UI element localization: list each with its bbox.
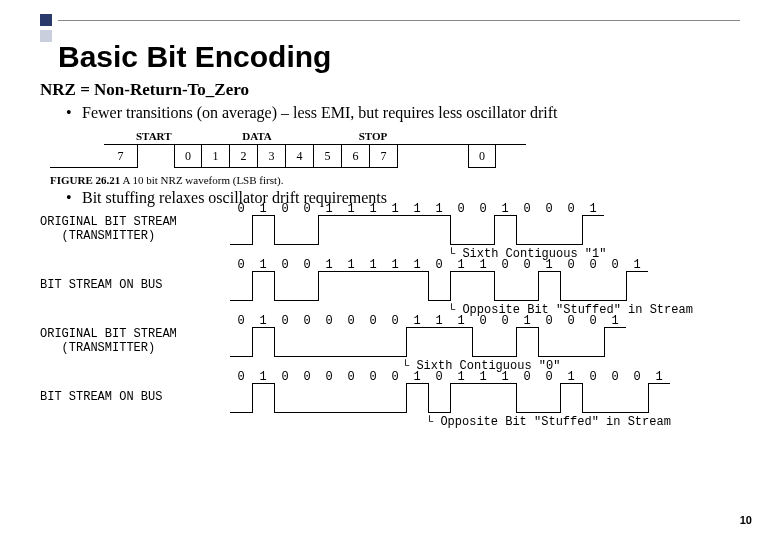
waveform-low: [582, 300, 604, 301]
waveform-edge: [516, 215, 517, 245]
waveform-edge: [538, 327, 539, 357]
bit-cell: 1: [648, 383, 670, 413]
waveform-low: [472, 356, 494, 357]
waveform-low: [340, 356, 362, 357]
bit-value: 1: [450, 258, 472, 272]
bullet-item: Fewer transitions (on average) – less EM…: [66, 104, 740, 122]
waveform-low: [384, 356, 406, 357]
bit-cell: 1: [560, 383, 582, 413]
annotation: └ Opposite Bit "Stuffed" in Stream: [426, 415, 740, 429]
bit-value: 1: [340, 202, 362, 216]
waveform-low: [450, 244, 472, 245]
row-label-original: ORIGINAL BIT STREAM (TRANSMITTER): [40, 216, 230, 244]
bit-value: 1: [560, 370, 582, 384]
bit-cell: 0: [428, 383, 450, 413]
bit-cell: 0: [230, 327, 252, 357]
bitgrid: 01000000101110010001: [230, 383, 670, 413]
bit-value: 1: [582, 202, 604, 216]
waveform-low: [560, 356, 582, 357]
waveform-high: [318, 271, 340, 272]
bit-value: 1: [626, 258, 648, 272]
bit-cell: 0: [274, 327, 296, 357]
bit-value: 0: [428, 258, 450, 272]
waveform-high: [516, 327, 538, 328]
bit-cell: 0: [450, 215, 472, 245]
bit-value: 0: [560, 258, 582, 272]
waveform-low: [362, 412, 384, 413]
waveform-low: [538, 356, 560, 357]
waveform-low: [274, 412, 296, 413]
bit-cell: 1: [538, 271, 560, 301]
bit-cell: 0: [582, 271, 604, 301]
bit-value: 0: [516, 370, 538, 384]
bit-value: 0: [296, 314, 318, 328]
bit-cell: 1: [406, 327, 428, 357]
waveform-high: [604, 327, 626, 328]
row-label-original: ORIGINAL BIT STREAM (TRANSMITTER): [40, 328, 230, 356]
bit-value: 1: [252, 370, 274, 384]
waveform-high: [582, 215, 604, 216]
waveform-edge: [450, 271, 451, 301]
bit-value: 0: [274, 202, 296, 216]
bit-value: 0: [274, 258, 296, 272]
bit-value: 1: [648, 370, 670, 384]
waveform-high: [252, 271, 274, 272]
figure-caption: FIGURE 26.21 A 10 bit NRZ waveform (LSB …: [50, 174, 740, 186]
bit-cell: 1: [252, 215, 274, 245]
bit-value: 0: [494, 314, 516, 328]
nrz-cell: 0: [468, 144, 496, 168]
bit-cell: 0: [318, 383, 340, 413]
waveform-edge: [428, 383, 429, 413]
bit-cell: 0: [230, 271, 252, 301]
bit-cell: 0: [340, 327, 362, 357]
bit-value: 0: [582, 258, 604, 272]
bit-cell: 1: [516, 327, 538, 357]
bit-value: 0: [230, 258, 252, 272]
waveform-high: [560, 383, 582, 384]
bit-cell: 1: [406, 383, 428, 413]
accent-square-dark: [40, 14, 52, 26]
waveform-high: [538, 271, 560, 272]
bit-cell: 1: [406, 215, 428, 245]
bit-value: 1: [318, 258, 340, 272]
waveform-high: [428, 215, 450, 216]
waveform-edge: [450, 215, 451, 245]
bit-value: 0: [582, 314, 604, 328]
slide: Basic Bit Encoding NRZ = Non-Return-To_Z…: [0, 0, 780, 540]
nrz-cell: 3: [258, 144, 286, 168]
waveform-low: [230, 244, 252, 245]
waveform-edge: [318, 271, 319, 301]
nrz-cell: 7: [104, 144, 138, 168]
accent-square-light: [40, 30, 52, 42]
waveform-high: [340, 215, 362, 216]
bit-value: 0: [604, 258, 626, 272]
bitgrid: 010000001110010001: [230, 327, 626, 357]
waveform-low: [296, 412, 318, 413]
waveform-edge: [560, 271, 561, 301]
waveform-edge: [582, 215, 583, 245]
waveform-edge: [252, 271, 253, 301]
waveform-edge: [318, 215, 319, 245]
waveform-low: [296, 300, 318, 301]
bit-cell: 1: [450, 383, 472, 413]
bit-value: 1: [450, 314, 472, 328]
waveform-edge: [538, 271, 539, 301]
bit-cell: 1: [406, 271, 428, 301]
waveform-edge: [252, 215, 253, 245]
bit-cell: 0: [384, 327, 406, 357]
bit-value: 0: [560, 202, 582, 216]
label-stop: STOP: [338, 130, 408, 142]
waveform-low: [560, 244, 582, 245]
bit-value: 0: [340, 314, 362, 328]
waveform-low: [560, 300, 582, 301]
waveform-edge: [428, 271, 429, 301]
bit-value: 0: [582, 370, 604, 384]
bit-cell: 0: [296, 383, 318, 413]
bit-cell: 1: [472, 383, 494, 413]
bit-value: 0: [516, 258, 538, 272]
label-start: START: [136, 130, 176, 142]
bit-cell: 0: [230, 215, 252, 245]
waveform-low: [362, 356, 384, 357]
bit-value: 1: [384, 202, 406, 216]
waveform-low: [516, 300, 538, 301]
